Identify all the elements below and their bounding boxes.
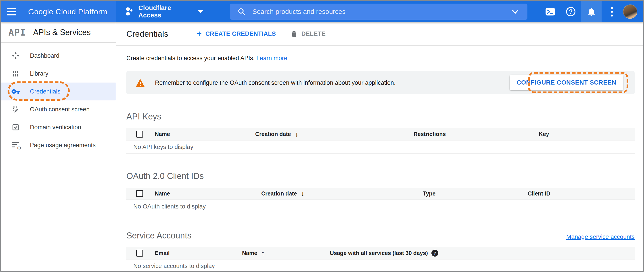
column-header-restrictions[interactable]: Restrictions: [414, 131, 539, 137]
sort-desc-icon[interactable]: ↓: [301, 190, 304, 198]
intro-sentence: Create credentials to access your enable…: [126, 55, 255, 62]
main-content: Credentials + CREATE CREDENTIALS DELETE …: [116, 22, 643, 271]
sidebar-item-label: Page usage agreements: [30, 142, 96, 149]
create-credentials-label: CREATE CREDENTIALS: [206, 30, 276, 37]
sidebar-item-oauth-consent-screen[interactable]: OAuth consent screen: [1, 100, 116, 118]
service-accounts-table-header: Email Name ↑ Usage with all services (la…: [126, 247, 634, 259]
content-body: Create credentials to access your enable…: [116, 46, 643, 272]
help-button[interactable]: ?: [560, 1, 581, 22]
sidebar-item-label: Dashboard: [30, 52, 60, 59]
oauth-consent-icon: [10, 106, 22, 113]
user-avatar[interactable]: [623, 5, 637, 19]
sidebar-item-page-usage-agreements[interactable]: ⚙ Page usage agreements: [1, 136, 116, 154]
trash-icon: [290, 30, 298, 38]
manage-service-accounts-link[interactable]: Manage service accounts: [566, 233, 634, 240]
page-title: Credentials: [126, 29, 168, 39]
sidebar-item-label: Library: [30, 70, 48, 77]
service-accounts-title: Service Accounts: [126, 231, 191, 240]
topbar: Google Cloud Platform Cloudflare Access: [1, 1, 643, 22]
project-caret-down-icon: [198, 10, 203, 13]
sort-asc-icon[interactable]: ↑: [261, 249, 264, 257]
column-header-type[interactable]: Type: [423, 190, 528, 197]
select-all-checkbox[interactable]: [136, 190, 143, 197]
api-keys-section: API Keys Name Creation date ↓ Restrictio…: [126, 112, 634, 154]
project-name: Cloudflare Access: [138, 4, 193, 19]
sidebar-item-domain-verification[interactable]: Domain verification: [1, 118, 116, 136]
plus-icon: +: [197, 29, 202, 38]
cloud-shell-icon: [545, 7, 555, 16]
create-credentials-button[interactable]: + CREATE CREDENTIALS: [197, 30, 276, 38]
api-keys-table: Name Creation date ↓ Restrictions Key No…: [126, 128, 634, 154]
sidebar-item-label: OAuth consent screen: [30, 106, 90, 113]
delete-label: DELETE: [301, 30, 326, 37]
search-input[interactable]: [252, 8, 510, 16]
sidebar-header: API APIs & Services: [1, 22, 116, 43]
project-selector[interactable]: Cloudflare Access: [125, 4, 203, 19]
column-header-creation-date[interactable]: Creation date ↓: [255, 130, 414, 138]
page-header: Credentials + CREATE CREDENTIALS DELETE: [116, 22, 643, 46]
oauth-clients-title: OAuth 2.0 Client IDs: [126, 171, 634, 181]
sidebar-item-library[interactable]: Library: [1, 65, 116, 83]
key-icon: [10, 87, 22, 96]
api-logo: API: [8, 27, 26, 38]
topbar-main-section: Cloudflare Access: [116, 1, 643, 22]
vertical-ellipsis-icon: [611, 7, 613, 17]
delete-button[interactable]: DELETE: [290, 30, 326, 38]
project-hexagons-icon: [125, 6, 134, 17]
bell-icon: [586, 7, 596, 17]
search-bar[interactable]: [230, 4, 528, 20]
service-accounts-section: Service Accounts Manage service accounts…: [126, 231, 634, 272]
service-accounts-table: Email Name ↑ Usage with all services (la…: [126, 247, 634, 272]
column-header-usage: Usage with all services (last 30 days) ?: [330, 250, 634, 256]
column-header-email[interactable]: Email: [155, 250, 242, 256]
usage-help-icon[interactable]: ?: [432, 250, 438, 256]
oauth-clients-section: OAuth 2.0 Client IDs Name Creation date …: [126, 171, 634, 213]
select-all-checkbox[interactable]: [136, 131, 143, 138]
cloud-shell-button[interactable]: [540, 1, 560, 22]
api-keys-empty-row: No API keys to display: [126, 141, 634, 154]
consent-warning-banner: Remember to configure the OAuth consent …: [126, 71, 634, 94]
more-options-button[interactable]: [602, 1, 622, 22]
gcp-console-window: Google Cloud Platform Cloudflare Access: [1, 1, 643, 271]
help-icon: ?: [566, 7, 576, 16]
column-header-name[interactable]: Name: [155, 190, 261, 197]
column-header-key[interactable]: Key: [539, 131, 634, 137]
dashboard-icon: [10, 52, 22, 60]
sidebar-item-label: Credentials: [30, 88, 60, 95]
configure-consent-screen-button[interactable]: CONFIGURE CONSENT SCREEN: [510, 75, 623, 90]
search-chevron-down-icon[interactable]: [510, 8, 520, 16]
service-accounts-empty-row: No service accounts to display: [126, 259, 634, 272]
banner-message: Remember to configure the OAuth consent …: [155, 79, 396, 86]
column-header-name[interactable]: Name: [155, 131, 255, 137]
sort-desc-icon[interactable]: ↓: [295, 130, 298, 138]
sidebar-nav: Dashboard Library Credentials: [1, 43, 116, 154]
oauth-clients-empty-row: No OAuth clients to display: [126, 200, 634, 213]
api-keys-title: API Keys: [126, 112, 634, 121]
api-keys-table-header: Name Creation date ↓ Restrictions Key: [126, 128, 634, 141]
search-icon: [238, 8, 246, 16]
gear-icon: ⚙: [17, 146, 21, 150]
domain-verification-icon: [10, 123, 22, 131]
sidebar-item-dashboard[interactable]: Dashboard: [1, 47, 116, 65]
page-usage-agreements-icon: ⚙: [10, 142, 22, 149]
column-header-client-id[interactable]: Client ID: [528, 190, 634, 197]
brand-title[interactable]: Google Cloud Platform: [28, 7, 107, 16]
column-header-name[interactable]: Name ↑: [242, 249, 330, 257]
hamburger-menu-button[interactable]: [1, 1, 22, 22]
topbar-icon-group: ?: [540, 1, 643, 22]
sidebar-title: APIs & Services: [33, 28, 91, 37]
intro-text: Create credentials to access your enable…: [126, 55, 643, 62]
sidebar-item-label: Domain verification: [30, 124, 81, 131]
library-icon: [10, 70, 22, 77]
topbar-brand-section: Google Cloud Platform: [1, 1, 116, 22]
notifications-button[interactable]: [581, 1, 602, 22]
warning-icon: [135, 78, 145, 87]
learn-more-link[interactable]: Learn more: [256, 55, 287, 62]
column-header-creation-date[interactable]: Creation date ↓: [261, 190, 423, 198]
select-all-checkbox[interactable]: [136, 250, 143, 256]
oauth-clients-table: Name Creation date ↓ Type Client ID No O…: [126, 188, 634, 213]
oauth-clients-table-header: Name Creation date ↓ Type Client ID: [126, 188, 634, 200]
sidebar: API APIs & Services Dashboard Library: [1, 22, 116, 271]
sidebar-item-credentials[interactable]: Credentials: [1, 83, 116, 100]
